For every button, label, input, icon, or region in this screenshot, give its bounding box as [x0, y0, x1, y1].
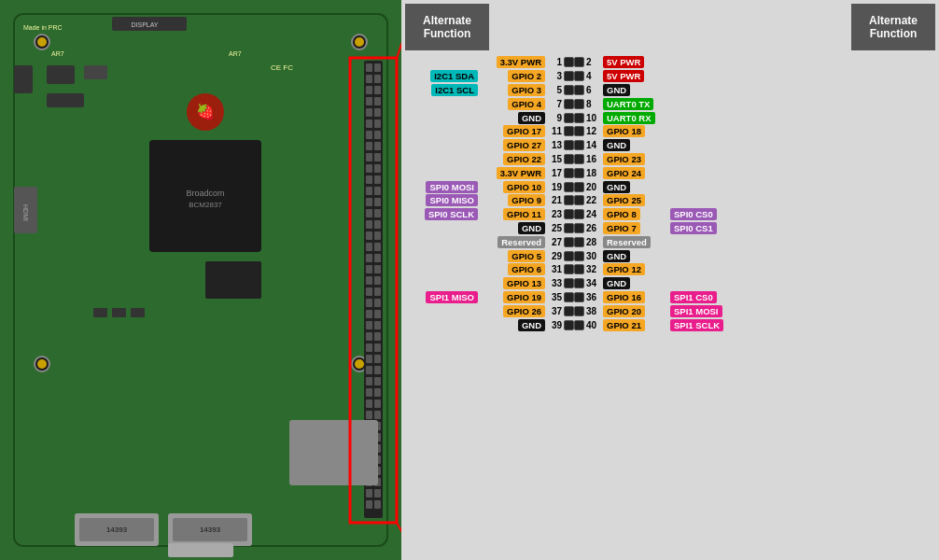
- right-gpio-label: GND: [601, 181, 668, 193]
- pin-connector-right: [574, 113, 584, 123]
- svg-rect-59: [374, 321, 381, 329]
- left-gpio-label: GPIO 6: [480, 263, 547, 275]
- pin-row: GPIO 221516GPIO 23: [405, 153, 935, 166]
- pin-connector-left: [564, 154, 574, 164]
- left-pin-number: 5: [547, 85, 564, 95]
- svg-text:🍓: 🍓: [196, 103, 215, 120]
- left-pin-number: 15: [547, 154, 564, 164]
- right-pin-number: 36: [584, 292, 601, 302]
- pin-connector-right: [574, 237, 584, 247]
- svg-rect-97: [205, 261, 261, 299]
- pin-row: GPIO 271314GND: [405, 139, 935, 152]
- left-alt-func: SPI0 MOSI: [405, 181, 480, 193]
- pin-row: SPI1 MISOGPIO 193536GPIO 16SPI1 CS0: [405, 291, 935, 304]
- left-alt-func: SPI0 MISO: [405, 194, 480, 206]
- left-gpio-label: 3.3V PWR: [480, 56, 547, 68]
- svg-text:DISPLAY: DISPLAY: [131, 21, 158, 28]
- right-gpio-label: GPIO 23: [601, 153, 668, 165]
- right-gpio-label: UART0 RX: [601, 112, 668, 124]
- svg-rect-36: [366, 198, 372, 206]
- left-gpio-label: GPIO 4: [480, 98, 547, 110]
- right-gpio-label: GPIO 8: [601, 208, 668, 220]
- right-alt-func: SPI1 MOSI: [668, 305, 743, 317]
- svg-rect-60: [366, 332, 372, 341]
- pin-row: GPIO 63132GPIO 12: [405, 263, 935, 276]
- left-gpio-label: GPIO 17: [480, 125, 547, 137]
- right-gpio-label: GND: [601, 277, 668, 289]
- right-alt-func: SPI0 CS1: [668, 222, 743, 234]
- board-section: DISPLAY: [0, 0, 401, 560]
- svg-rect-24: [366, 131, 372, 139]
- left-alt-func: I2C1 SDA: [405, 70, 480, 82]
- right-pin-number: 14: [584, 140, 601, 150]
- left-pin-number: 17: [547, 168, 564, 178]
- svg-rect-54: [366, 299, 372, 307]
- svg-rect-47: [374, 254, 381, 262]
- right-alt-func: SPI0 CS0: [668, 208, 743, 220]
- svg-rect-71: [374, 388, 381, 397]
- left-pin-number: 13: [547, 140, 564, 150]
- svg-rect-110: [168, 543, 233, 557]
- svg-rect-49: [374, 265, 381, 273]
- right-gpio-label: Reserved: [601, 236, 668, 248]
- svg-rect-52: [366, 287, 372, 296]
- svg-rect-23: [374, 119, 381, 128]
- right-pin-number: 22: [584, 195, 601, 205]
- svg-rect-44: [366, 243, 372, 251]
- svg-rect-20: [366, 108, 372, 117]
- pin-connector-right: [574, 126, 584, 136]
- svg-rect-42: [366, 231, 372, 240]
- right-pin-number: 34: [584, 278, 601, 288]
- left-pin-number: 23: [547, 209, 564, 219]
- right-gpio-label: GND: [601, 139, 668, 151]
- pin-row: SPI0 SCLKGPIO 112324GPIO 8SPI0 CS0: [405, 208, 935, 221]
- pin-connector-left: [564, 71, 574, 81]
- left-pin-number: 19: [547, 182, 564, 192]
- svg-rect-57: [374, 310, 381, 318]
- right-pin-number: 10: [584, 113, 601, 123]
- pin-connector-left: [564, 264, 574, 274]
- svg-rect-33: [374, 175, 381, 184]
- svg-point-6: [355, 37, 364, 47]
- svg-rect-39: [374, 209, 381, 217]
- svg-rect-45: [374, 243, 381, 251]
- pin-row: SPI0 MOSIGPIO 101920GND: [405, 180, 935, 193]
- svg-rect-27: [374, 142, 381, 150]
- svg-rect-91: [374, 500, 381, 509]
- right-pin-number: 6: [584, 85, 601, 95]
- pin-connector-left: [564, 251, 574, 261]
- left-alt-func: SPI1 MISO: [405, 291, 480, 303]
- right-alt-func-header: Alternate Function: [851, 4, 935, 50]
- right-gpio-label: GPIO 25: [601, 194, 668, 206]
- left-gpio-label: GND: [480, 222, 547, 234]
- svg-rect-88: [366, 489, 372, 497]
- pin-connector-right: [574, 195, 584, 205]
- svg-rect-113: [112, 308, 126, 317]
- left-gpio-label: GPIO 2: [480, 70, 547, 82]
- svg-text:AR7: AR7: [229, 50, 242, 57]
- pin-connector-left: [564, 306, 574, 316]
- pin-row: Reserved2728Reserved: [405, 235, 935, 248]
- svg-rect-17: [374, 86, 381, 94]
- pin-connector-left: [564, 209, 574, 219]
- right-pin-number: 28: [584, 237, 601, 247]
- pin-row: GPIO 478UART0 TX: [405, 97, 935, 110]
- svg-rect-64: [366, 355, 372, 363]
- pin-row: GND2526GPIO 7SPI0 CS1: [405, 222, 935, 235]
- left-gpio-label: GPIO 3: [480, 84, 547, 96]
- right-pin-number: 16: [584, 154, 601, 164]
- svg-text:CE FC: CE FC: [271, 63, 293, 72]
- left-pin-number: 35: [547, 292, 564, 302]
- svg-rect-18: [366, 97, 372, 105]
- pin-connector-left: [564, 85, 574, 95]
- left-gpio-label: GPIO 19: [480, 291, 547, 303]
- right-gpio-label: GND: [601, 84, 668, 96]
- pin-connector-left: [564, 195, 574, 205]
- pin-connector-right: [574, 223, 584, 233]
- pin-connector-left: [564, 126, 574, 136]
- left-gpio-label: 3.3V PWR: [480, 167, 547, 179]
- pin-connector-right: [574, 140, 584, 150]
- pin-row: SPI0 MISOGPIO 92122GPIO 25: [405, 194, 935, 207]
- svg-rect-58: [366, 321, 372, 329]
- left-pin-number: 29: [547, 251, 564, 261]
